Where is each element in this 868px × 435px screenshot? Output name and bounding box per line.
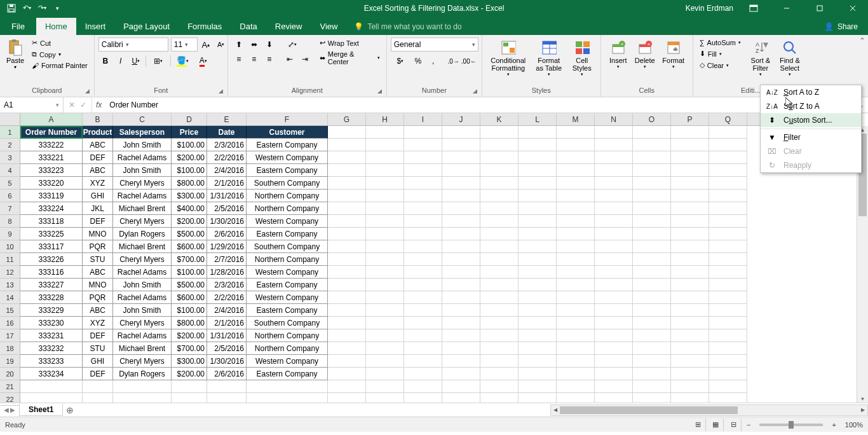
cell[interactable] <box>83 393 113 403</box>
decrease-decimal-icon[interactable]: .00← <box>462 54 476 68</box>
cell[interactable] <box>328 329 366 342</box>
cell[interactable] <box>442 202 480 215</box>
row-header[interactable]: 16 <box>0 317 20 329</box>
column-header[interactable]: B <box>83 113 113 125</box>
cell[interactable] <box>633 355 671 368</box>
cell[interactable]: Eastern Company <box>247 164 328 177</box>
cell[interactable]: 333118 <box>20 215 83 228</box>
cell[interactable] <box>480 164 519 177</box>
cell[interactable] <box>557 317 595 329</box>
cell[interactable]: Northern Company <box>247 329 328 342</box>
cell[interactable] <box>442 355 480 368</box>
cell[interactable]: 333232 <box>20 342 83 355</box>
cell[interactable]: $700.00 <box>172 253 207 266</box>
increase-indent-icon[interactable]: ⇥ <box>298 52 312 66</box>
cell[interactable] <box>671 126 709 139</box>
header-cell[interactable]: Order Number <box>20 126 83 139</box>
cell[interactable] <box>557 329 595 342</box>
cell[interactable] <box>328 253 366 266</box>
cell[interactable] <box>519 253 557 266</box>
row-header[interactable]: 5 <box>0 177 20 190</box>
cell[interactable]: Rachel Adams <box>113 266 172 279</box>
cell[interactable] <box>366 291 404 304</box>
column-header[interactable]: O <box>633 113 671 125</box>
cell[interactable] <box>328 368 366 380</box>
cell[interactable] <box>480 317 519 329</box>
cell[interactable]: 1/30/2016 <box>207 355 247 368</box>
cell[interactable] <box>557 266 595 279</box>
cell[interactable] <box>709 228 747 240</box>
page-break-icon[interactable]: ⊟ <box>726 418 742 431</box>
cell[interactable] <box>172 393 207 403</box>
cell[interactable] <box>595 202 633 215</box>
cell[interactable] <box>366 240 404 253</box>
cell[interactable] <box>557 304 595 317</box>
cell[interactable] <box>442 291 480 304</box>
cell[interactable] <box>595 177 633 190</box>
font-color-button[interactable]: A▾ <box>194 54 213 68</box>
cell[interactable] <box>671 368 709 380</box>
cell[interactable]: 333119 <box>20 190 83 202</box>
cell[interactable] <box>595 228 633 240</box>
sheet-nav[interactable]: ◀▶ <box>0 406 19 413</box>
cell[interactable] <box>442 164 480 177</box>
cell[interactable] <box>442 126 480 139</box>
cell[interactable] <box>671 380 709 393</box>
cell[interactable]: 2/5/2016 <box>207 342 247 355</box>
row-header[interactable]: 22 <box>0 393 20 406</box>
cell[interactable] <box>404 380 442 393</box>
clear-button[interactable]: ◇Clear▾ <box>697 60 743 71</box>
delete-cells-button[interactable]: × Delete▾ <box>632 38 658 72</box>
bold-button[interactable]: B <box>98 54 112 68</box>
undo-icon[interactable]: ↶▾ <box>20 2 33 15</box>
clipboard-dialog-launcher[interactable]: ◢ <box>85 88 93 95</box>
cell[interactable] <box>480 266 519 279</box>
cell[interactable] <box>557 151 595 164</box>
cell[interactable] <box>633 368 671 380</box>
cell[interactable] <box>519 329 557 342</box>
cell[interactable]: 1/31/2016 <box>207 190 247 202</box>
cell[interactable] <box>480 151 519 164</box>
cell[interactable] <box>480 342 519 355</box>
cell[interactable]: $300.00 <box>172 190 207 202</box>
cell[interactable] <box>557 139 595 151</box>
cell[interactable] <box>633 279 671 291</box>
cell[interactable] <box>366 190 404 202</box>
cell[interactable]: PQR <box>83 240 113 253</box>
cell[interactable] <box>404 393 442 403</box>
cell[interactable]: Dylan Rogers <box>113 228 172 240</box>
cell[interactable]: MNO <box>83 279 113 291</box>
cell[interactable]: $100.00 <box>172 164 207 177</box>
cell[interactable] <box>328 291 366 304</box>
cell[interactable] <box>709 253 747 266</box>
cell[interactable] <box>633 342 671 355</box>
column-header[interactable]: F <box>247 113 328 125</box>
cell[interactable] <box>480 304 519 317</box>
cell[interactable]: Eastern Company <box>247 304 328 317</box>
cell[interactable]: John Smith <box>113 139 172 151</box>
cell[interactable]: DEF <box>83 151 113 164</box>
cell[interactable]: 333224 <box>20 202 83 215</box>
row-header[interactable]: 20 <box>0 368 20 380</box>
cell[interactable] <box>328 240 366 253</box>
cell[interactable] <box>709 368 747 380</box>
cell[interactable] <box>671 304 709 317</box>
cell[interactable] <box>709 393 747 403</box>
cell[interactable] <box>207 393 247 403</box>
cell[interactable] <box>442 215 480 228</box>
cell[interactable]: ABC <box>83 304 113 317</box>
cell[interactable]: 2/2/2016 <box>207 151 247 164</box>
cell[interactable] <box>480 139 519 151</box>
cell[interactable] <box>519 266 557 279</box>
row-header[interactable]: 18 <box>0 342 20 355</box>
cell[interactable]: 333229 <box>20 304 83 317</box>
tab-home[interactable]: Home <box>36 18 76 35</box>
cell[interactable] <box>519 151 557 164</box>
cell[interactable] <box>328 190 366 202</box>
cell[interactable] <box>113 380 172 393</box>
cell[interactable]: $300.00 <box>172 355 207 368</box>
close-icon[interactable] <box>840 0 865 16</box>
row-header[interactable]: 4 <box>0 164 20 177</box>
cell[interactable]: $700.00 <box>172 342 207 355</box>
cell[interactable] <box>519 368 557 380</box>
